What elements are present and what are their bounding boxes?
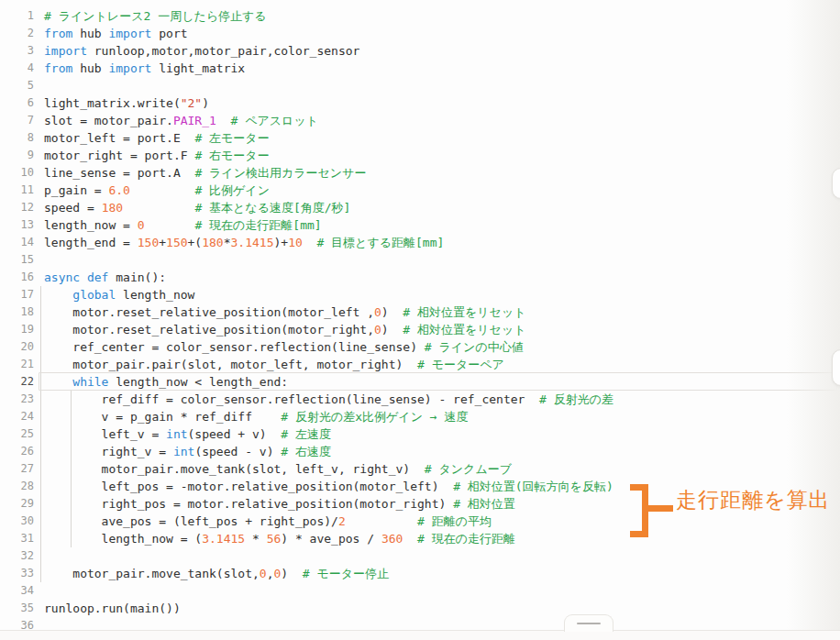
code-text: global length_now <box>44 286 194 303</box>
code-text: motor_left = port.E # 左モーター <box>44 129 270 147</box>
code-line[interactable]: 27 motor_pair.move_tank(slot, left_v, ri… <box>0 460 840 478</box>
code-line[interactable]: 24 v = p_gain * ref_diff # 反射光の差x比例ゲイン →… <box>0 408 840 425</box>
code-editor[interactable]: 1# ライントレース2 一周したら停止する2from hub import po… <box>0 0 840 640</box>
code-text: runloop.run(main()) <box>44 600 181 617</box>
code-line[interactable]: 25 left_v = int(speed + v) # 左速度 <box>0 425 840 443</box>
code-line[interactable]: 34 <box>0 582 840 600</box>
code-text: light_matrix.write("2") <box>44 94 209 112</box>
bottom-panel <box>0 631 840 640</box>
code-text: while length_now < length_end: <box>44 373 288 391</box>
code-text: motor_right = port.F # 右モーター <box>44 147 270 164</box>
line-number: 31 <box>0 530 34 547</box>
code-text: left_v = int(speed + v) # 左速度 <box>44 425 331 443</box>
code-line[interactable]: 10line_sense = port.A # ライン検出用カラーセンサー <box>0 164 840 182</box>
line-number: 10 <box>0 164 34 182</box>
annotation-label: 走行距離を算出 <box>676 486 831 514</box>
side-panel-handle-bottom[interactable] <box>832 349 840 386</box>
code-line[interactable]: 1# ライントレース2 一周したら停止する <box>0 7 840 25</box>
line-number: 21 <box>0 356 34 373</box>
code-line[interactable]: 11p_gain = 6.0 # 比例ゲイン <box>0 182 840 199</box>
code-line[interactable]: 32 <box>0 547 840 565</box>
line-number: 5 <box>0 77 34 94</box>
code-text: right_pos = motor.relative_position(moto… <box>44 495 515 513</box>
code-line[interactable]: 30 ave_pos = (left_pos + right_pos)/2 # … <box>0 513 840 530</box>
code-line[interactable]: 16async def main(): <box>0 269 840 286</box>
drag-handle-icon <box>577 623 601 624</box>
line-number: 26 <box>0 443 34 460</box>
code-line[interactable]: 15 <box>0 251 840 269</box>
side-panel-handle-top[interactable] <box>832 168 840 199</box>
line-number: 1 <box>0 7 34 25</box>
line-number: 14 <box>0 234 34 251</box>
code-text: line_sense = port.A # ライン検出用カラーセンサー <box>44 164 366 182</box>
code-text: async def main(): <box>44 269 166 286</box>
code-line[interactable]: 17 global length_now <box>0 286 840 303</box>
line-number: 28 <box>0 478 34 495</box>
code-text: ref_diff = color_sensor.reflection(line_… <box>44 391 613 408</box>
code-text: motor_pair.move_tank(slot,0,0) # モーター停止 <box>44 565 389 582</box>
console-expand-handle[interactable] <box>564 614 613 632</box>
line-number: 3 <box>0 42 34 60</box>
annotation-bracket-tick <box>647 505 673 512</box>
code-lines: 1# ライントレース2 一周したら停止する2from hub import po… <box>0 7 840 634</box>
code-line[interactable]: 5 <box>0 77 840 94</box>
code-text: # ライントレース2 一周したら停止する <box>44 7 267 25</box>
code-line[interactable]: 23 ref_diff = color_sensor.reflection(li… <box>0 391 840 408</box>
code-text: motor.reset_relative_position(motor_righ… <box>44 321 526 338</box>
code-line[interactable]: 13length_now = 0 # 現在の走行距離[mm] <box>0 216 840 234</box>
code-line[interactable]: 12speed = 180 # 基本となる速度[角度/秒] <box>0 199 840 216</box>
line-number: 16 <box>0 269 34 286</box>
line-number: 27 <box>0 460 34 478</box>
code-line[interactable]: 14length_end = 150+150+(180*3.1415)+10 #… <box>0 234 840 251</box>
line-number: 11 <box>0 182 34 199</box>
line-number: 2 <box>0 25 34 42</box>
code-line[interactable]: 9motor_right = port.F # 右モーター <box>0 147 840 164</box>
code-text: length_now = 0 # 現在の走行距離[mm] <box>44 216 322 234</box>
line-number: 15 <box>0 251 34 269</box>
code-line[interactable]: 35runloop.run(main()) <box>0 600 840 617</box>
code-line[interactable]: 22 while length_now < length_end: <box>0 373 840 391</box>
line-number: 9 <box>0 147 34 164</box>
line-number: 20 <box>0 338 34 356</box>
line-number: 17 <box>0 286 34 303</box>
line-number: 35 <box>0 600 34 617</box>
line-number: 22 <box>0 373 34 391</box>
code-line[interactable]: 20 ref_center = color_sensor.reflection(… <box>0 338 840 356</box>
line-number: 32 <box>0 547 34 565</box>
code-text: right_v = int(speed - v) # 右速度 <box>44 443 331 460</box>
code-line[interactable]: 7slot = motor_pair.PAIR_1 # ペアスロット <box>0 112 840 129</box>
code-line[interactable]: 21 motor_pair.pair(slot, motor_left, mot… <box>0 356 840 373</box>
code-line[interactable]: 26 right_v = int(speed - v) # 右速度 <box>0 443 840 460</box>
code-line[interactable]: 6light_matrix.write("2") <box>0 94 840 112</box>
code-text: from hub import light_matrix <box>44 60 245 77</box>
line-number: 4 <box>0 60 34 77</box>
code-line[interactable]: 4from hub import light_matrix <box>0 60 840 77</box>
code-line[interactable]: 31 length_now = (3.1415 * 56) * ave_pos … <box>0 530 840 547</box>
code-text: ref_center = color_sensor.reflection(lin… <box>44 338 524 356</box>
code-line[interactable]: 8motor_left = port.E # 左モーター <box>0 129 840 147</box>
code-line[interactable]: 3import runloop,motor,motor_pair,color_s… <box>0 42 840 60</box>
line-number: 29 <box>0 495 34 513</box>
line-number: 33 <box>0 565 34 582</box>
annotation-bracket-bottom <box>630 531 648 537</box>
line-number: 8 <box>0 129 34 147</box>
code-text: length_end = 150+150+(180*3.1415)+10 # 目… <box>44 234 444 251</box>
code-line[interactable]: 2from hub import port <box>0 25 840 42</box>
code-line[interactable]: 19 motor.reset_relative_position(motor_r… <box>0 321 840 338</box>
line-number: 18 <box>0 303 34 321</box>
line-number: 7 <box>0 112 34 129</box>
code-text: motor_pair.pair(slot, motor_left, motor_… <box>44 356 504 373</box>
code-line[interactable]: 33 motor_pair.move_tank(slot,0,0) # モーター… <box>0 565 840 582</box>
code-text: motor_pair.move_tank(slot, left_v, right… <box>44 460 512 478</box>
code-text: ave_pos = (left_pos + right_pos)/2 # 距離の… <box>44 513 492 530</box>
line-number: 34 <box>0 582 34 600</box>
code-text: motor.reset_relative_position(motor_left… <box>44 303 526 321</box>
line-number: 13 <box>0 216 34 234</box>
line-number: 25 <box>0 425 34 443</box>
code-line[interactable]: 18 motor.reset_relative_position(motor_l… <box>0 303 840 321</box>
code-editor-window: 1# ライントレース2 一周したら停止する2from hub import po… <box>0 0 840 640</box>
line-number: 23 <box>0 391 34 408</box>
line-number: 24 <box>0 408 34 425</box>
line-number: 12 <box>0 199 34 216</box>
line-number: 19 <box>0 321 34 338</box>
